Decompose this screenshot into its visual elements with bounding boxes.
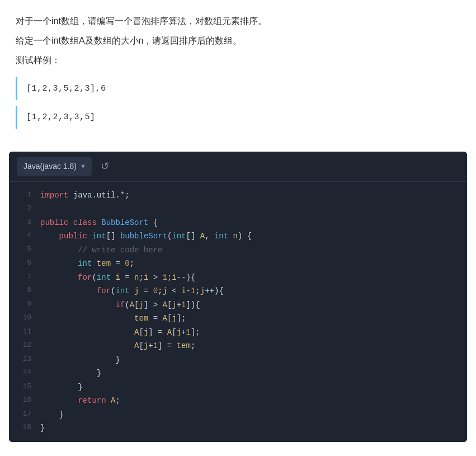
line-content-1: import java.util.*;: [40, 189, 458, 203]
test-case-2-text: [1,2,2,3,3,5]: [26, 112, 96, 122]
test-case-input: [1,2,3,5,2,3],6: [16, 77, 460, 101]
line-content-17: }: [40, 408, 458, 422]
code-line-9: 9 if(A[j] > A[j+1]){: [9, 298, 467, 312]
line-num-16: 16: [18, 394, 31, 408]
line-content-11: A[j] = A[j+1];: [40, 326, 458, 340]
code-line-16: 16 return A;: [9, 394, 467, 408]
chevron-down-icon: ▼: [80, 161, 86, 172]
line-num-17: 17: [18, 408, 31, 422]
code-line-5: 5 // write code here: [9, 243, 467, 257]
code-editor: Java(javac 1.8) ▼ ↺ 1 import java.util.*…: [9, 152, 467, 442]
code-line-18: 18 }: [9, 421, 467, 435]
line-num-9: 9: [18, 298, 31, 312]
test-label: 测试样例：: [16, 53, 460, 68]
code-line-10: 10 tem = A[j];: [9, 312, 467, 326]
line-content-3: public class BubbleSort {: [40, 216, 458, 230]
test-case-output: [1,2,2,3,3,5]: [16, 106, 460, 129]
code-line-6: 6 int tem = 0;: [9, 257, 467, 271]
line-num-4: 4: [18, 229, 31, 243]
code-line-3: 3 public class BubbleSort {: [9, 216, 467, 230]
line-num-15: 15: [18, 380, 31, 394]
line-num-7: 7: [18, 271, 31, 285]
line-content-12: A[j+1] = tem;: [40, 339, 458, 353]
refresh-icon: ↺: [101, 160, 109, 172]
code-line-14: 14 }: [9, 366, 467, 380]
line-num-10: 10: [18, 312, 31, 326]
test-cases: [1,2,3,5,2,3],6 [1,2,2,3,3,5]: [16, 77, 460, 129]
code-line-13: 13 }: [9, 353, 467, 367]
line-content-14: }: [40, 366, 458, 380]
code-line-7: 7 for(int i = n;i > 1;i--){: [9, 271, 467, 285]
line-content-10: tem = A[j];: [40, 312, 458, 326]
line-content-13: }: [40, 353, 458, 367]
line-num-8: 8: [18, 284, 31, 298]
language-label: Java(javac 1.8): [23, 160, 77, 173]
line-content-16: return A;: [40, 394, 458, 408]
code-line-2: 2: [9, 203, 467, 216]
line-content-8: for(int j = 0;j < i-1;j++){: [40, 284, 458, 298]
code-line-12: 12 A[j+1] = tem;: [9, 339, 467, 353]
line-num-6: 6: [18, 257, 31, 271]
test-case-1-text: [1,2,3,5,2,3],6: [26, 84, 106, 93]
editor-toolbar: Java(javac 1.8) ▼ ↺: [9, 152, 467, 182]
code-line-17: 17 }: [9, 408, 467, 422]
code-line-4: 4 public int[] bubbleSort(int[] A, int n…: [9, 229, 467, 243]
line-content-2: [40, 203, 458, 216]
line-num-5: 5: [18, 243, 31, 257]
code-line-8: 8 for(int j = 0;j < i-1;j++){: [9, 284, 467, 298]
line-content-9: if(A[j] > A[j+1]){: [40, 298, 458, 312]
code-line-1: 1 import java.util.*;: [9, 189, 467, 203]
desc-line2: 给定一个int数组A及数组的大小n，请返回排序后的数组。: [16, 33, 460, 48]
line-content-6: int tem = 0;: [40, 257, 458, 271]
line-content-4: public int[] bubbleSort(int[] A, int n) …: [40, 229, 458, 243]
line-num-12: 12: [18, 339, 31, 353]
refresh-button[interactable]: ↺: [97, 159, 112, 173]
line-num-11: 11: [18, 326, 31, 340]
line-content-5: // write code here: [40, 243, 458, 257]
line-content-18: }: [40, 421, 458, 435]
language-selector[interactable]: Java(javac 1.8) ▼: [17, 157, 92, 176]
line-num-14: 14: [18, 366, 31, 380]
line-num-13: 13: [18, 353, 31, 367]
code-line-11: 11 A[j] = A[j+1];: [9, 326, 467, 340]
line-content-15: }: [40, 380, 458, 394]
line-content-7: for(int i = n;i > 1;i--){: [40, 271, 458, 285]
line-num-18: 18: [18, 421, 31, 435]
line-num-1: 1: [18, 189, 31, 203]
line-num-2: 2: [18, 203, 31, 216]
code-line-15: 15 }: [9, 380, 467, 394]
code-content[interactable]: 1 import java.util.*; 2 3 public class B…: [9, 182, 467, 442]
desc-line1: 对于一个int数组，请编写一个冒泡排序算法，对数组元素排序。: [16, 13, 460, 29]
description-area: 对于一个int数组，请编写一个冒泡排序算法，对数组元素排序。 给定一个int数组…: [0, 0, 476, 147]
line-num-3: 3: [18, 216, 31, 230]
